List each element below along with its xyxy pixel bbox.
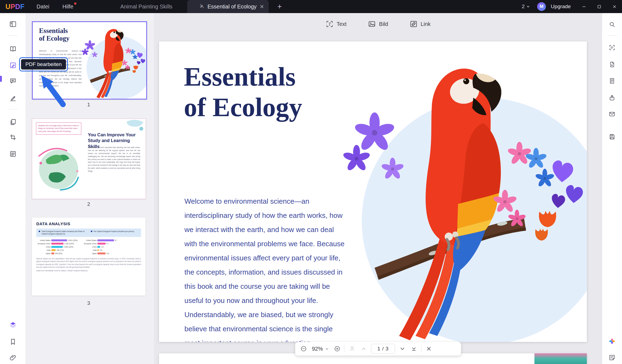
- email-icon: [609, 111, 615, 118]
- document-canvas: T Text Bild Link Essentials of Ecology W…: [154, 13, 602, 364]
- panel-toggle-button[interactable]: [7, 19, 18, 29]
- chart-bar: [97, 252, 106, 254]
- crop-button[interactable]: [7, 132, 18, 143]
- image-tool-icon: [368, 20, 376, 28]
- edit-pdf-button[interactable]: [7, 60, 18, 71]
- titlebar-right: 2 M Upgrade: [518, 0, 622, 13]
- panel-toggle-icon: [9, 20, 17, 28]
- mini-chart-legend: Per Capita Ecological Footprint (hectare…: [94, 230, 134, 235]
- legend-swatch: [39, 231, 40, 232]
- last-page-button[interactable]: [410, 345, 418, 353]
- previous-page-button[interactable]: [360, 345, 368, 353]
- document-title[interactable]: Essentials of Ecology: [184, 62, 302, 122]
- mini-chart-rows: United States2,810 (25%)European Union2,…: [36, 239, 77, 254]
- reader-mode-icon: [9, 45, 17, 53]
- zoom-out-button[interactable]: [300, 345, 308, 353]
- thumbnail-2-earth-art: [33, 142, 86, 195]
- first-page-button[interactable]: [348, 345, 356, 353]
- mini-chart-panel: United States9.7European Union4.7China1.…: [82, 239, 117, 254]
- menu-datei[interactable]: Datei: [30, 0, 56, 13]
- attachment-button[interactable]: [7, 352, 18, 363]
- logo-letter: D: [15, 3, 20, 11]
- next-page-button[interactable]: [398, 345, 406, 353]
- signature-button[interactable]: [7, 92, 18, 103]
- page-indicator[interactable]: 1 / 3: [371, 344, 395, 354]
- minimize-icon: [582, 4, 586, 9]
- document-title-line-2: of Ecology: [184, 92, 302, 123]
- edit-toolbar: T Text Bild Link: [325, 18, 431, 30]
- zoom-level-dropdown[interactable]: 92%: [311, 346, 330, 352]
- sticky-note-button[interactable]: [607, 352, 618, 363]
- share-icon: [609, 94, 615, 101]
- titlebar: U P D F Datei Hilfe Animal Painting Skil…: [0, 0, 622, 13]
- organize-pages-button[interactable]: [7, 116, 18, 127]
- thumbnail-3-content: DATA ANALYSIS Total Ecological Footprint…: [32, 218, 145, 296]
- ocr-button[interactable]: [607, 42, 618, 53]
- chart-bar: [97, 246, 100, 248]
- menu-hilfe[interactable]: Hilfe: [56, 0, 80, 13]
- chart-bar: [51, 252, 54, 254]
- close-toolbar-button[interactable]: [425, 345, 433, 353]
- text-tool-button[interactable]: T Text: [325, 20, 347, 28]
- close-button[interactable]: [607, 0, 622, 13]
- new-tab-button[interactable]: +: [273, 0, 286, 13]
- thumbnail-page-2[interactable]: Students who can begin early in their li…: [32, 119, 146, 199]
- tab-animal-painting-skills[interactable]: Animal Painting Skills: [106, 0, 187, 13]
- chart-value-label: 0.8: [100, 249, 102, 251]
- email-button[interactable]: [607, 109, 618, 119]
- thumbnail-3-source: (Data from Worldwide Fund for Nature, Gl…: [36, 270, 141, 272]
- document-body-text[interactable]: Welcome to environmental science—an inte…: [184, 194, 346, 342]
- device-count-dropdown[interactable]: 2: [518, 4, 534, 10]
- zoom-level: 92%: [312, 346, 323, 352]
- minimize-button[interactable]: [576, 0, 591, 13]
- search-button[interactable]: [607, 19, 618, 30]
- device-count: 2: [522, 4, 525, 10]
- chart-category-label: China: [82, 246, 97, 248]
- thumbnail-3-footnote: Natural capital use and degradation: tot…: [36, 257, 141, 269]
- chart-value-label: 2,050 (16%): [64, 246, 73, 248]
- pdf-page-1[interactable]: Essentials of Ecology Welcome to environ…: [159, 41, 587, 342]
- mini-chart-panel: United States2,810 (25%)European Union2,…: [36, 239, 77, 254]
- chart-value-label: 4.8: [106, 252, 109, 254]
- chart-legend-band: Total Ecological Footprint (million hect…: [36, 228, 141, 237]
- chart-row: United States2,810 (25%): [36, 239, 77, 241]
- link-tool-button[interactable]: Link: [409, 20, 431, 28]
- upgrade-button[interactable]: Upgrade: [551, 4, 571, 10]
- comment-button[interactable]: [7, 75, 18, 86]
- zoom-in-button[interactable]: [333, 345, 341, 353]
- thumbnail-page-3[interactable]: DATA ANALYSIS Total Ecological Footprint…: [32, 218, 145, 296]
- form-button[interactable]: [607, 75, 618, 86]
- bookmark-button[interactable]: [7, 336, 18, 347]
- chart-category-label: India: [82, 249, 97, 251]
- reader-mode-button[interactable]: [7, 43, 18, 54]
- updf-logo[interactable]: U P D F: [0, 3, 30, 11]
- menubar: Datei Hilfe: [30, 0, 80, 13]
- ai-assistant-button[interactable]: [607, 336, 618, 347]
- scan-ocr-button[interactable]: [7, 148, 18, 159]
- tab-strip: Animal Painting Skills Essential of Ecol…: [106, 0, 269, 13]
- share-button[interactable]: [607, 92, 618, 103]
- chart-value-label: 4.7: [106, 243, 109, 245]
- avatar[interactable]: M: [537, 2, 546, 11]
- divider: [421, 345, 421, 352]
- mini-charts: United States2,810 (25%)European Union2,…: [36, 239, 141, 254]
- crop-icon: [9, 134, 17, 141]
- maximize-button[interactable]: [591, 0, 607, 13]
- elements-button[interactable]: [7, 319, 18, 330]
- thumbnail-2-number: 2: [32, 201, 145, 207]
- tab-close-icon[interactable]: [259, 4, 265, 10]
- zoom-out-icon: [301, 346, 307, 352]
- image-tool-button[interactable]: Bild: [368, 20, 388, 28]
- mini-chart-legend: Total Ecological Footprint (million hect…: [41, 230, 86, 235]
- save-button[interactable]: [607, 131, 618, 142]
- edit-disabled-icon: [199, 3, 205, 10]
- thumbnail-3-heading: DATA ANALYSIS: [36, 221, 141, 226]
- tab-essential-of-ecology[interactable]: Essential of Ecology: [187, 0, 269, 13]
- chart-value-label: 2,810 (25%): [68, 239, 77, 241]
- chart-category-label: China: [36, 246, 50, 248]
- convert-button[interactable]: [607, 59, 618, 70]
- mini-chart-rows: United States9.7European Union4.7China1.…: [82, 239, 117, 254]
- menu-hilfe-label: Hilfe: [62, 4, 73, 10]
- chart-category-label: European Union: [82, 243, 97, 245]
- current-page: 1: [377, 346, 380, 352]
